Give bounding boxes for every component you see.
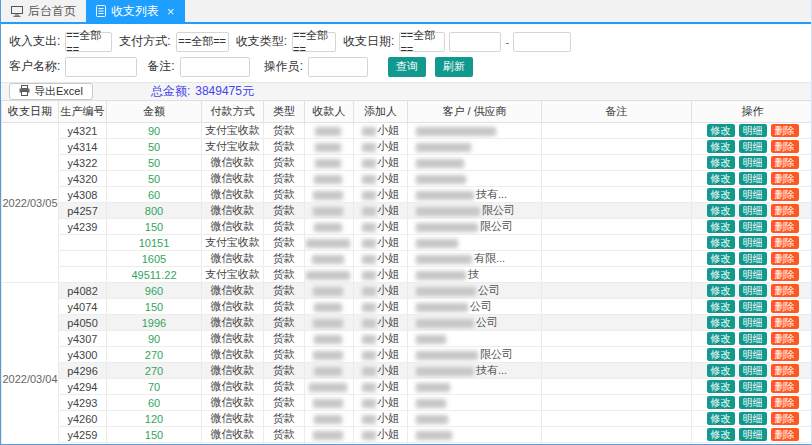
detail-button[interactable]: 明细 <box>739 156 767 169</box>
delete-button[interactable]: 删除 <box>771 172 799 185</box>
modify-button[interactable]: 修改 <box>707 332 735 345</box>
censored-text <box>314 367 342 376</box>
adder-suffix: 小姐 <box>378 364 400 376</box>
date-end-input[interactable] <box>513 32 571 52</box>
search-button[interactable]: 查询 <box>388 57 426 77</box>
detail-button[interactable]: 明细 <box>739 300 767 313</box>
censored-text <box>306 271 350 280</box>
export-excel-button[interactable]: 导出Excel <box>9 83 93 100</box>
pay-method-cell: 微信收款 <box>202 331 264 347</box>
modify-button[interactable]: 修改 <box>707 236 735 249</box>
customer-name-input[interactable] <box>65 57 137 77</box>
adder-cell: 小姐 <box>354 427 408 443</box>
delete-button[interactable]: 删除 <box>771 364 799 377</box>
detail-button[interactable]: 明细 <box>739 316 767 329</box>
detail-button[interactable]: 明细 <box>739 268 767 281</box>
delete-button[interactable]: 删除 <box>771 284 799 297</box>
delete-button[interactable]: 删除 <box>771 412 799 425</box>
detail-button[interactable]: 明细 <box>739 380 767 393</box>
table-row: y4300270微信收款货款小姐限公司修改明细删除 <box>2 347 812 363</box>
adder-suffix: 小姐 <box>378 140 400 152</box>
delete-button[interactable]: 删除 <box>771 316 799 329</box>
delete-button[interactable]: 删除 <box>771 188 799 201</box>
production-code-cell: y4320 <box>59 171 107 187</box>
tab-income-expense-list[interactable]: 收支列表 × <box>86 0 185 22</box>
modify-button[interactable]: 修改 <box>707 204 735 217</box>
type-select[interactable]: ==全部== <box>292 32 336 52</box>
adder-suffix: 小姐 <box>378 300 400 312</box>
modify-button[interactable]: 修改 <box>707 124 735 137</box>
delete-button[interactable]: 删除 <box>771 348 799 361</box>
censored-text <box>416 335 446 344</box>
censored-text <box>416 303 468 312</box>
detail-button[interactable]: 明细 <box>739 140 767 153</box>
detail-button[interactable]: 明细 <box>739 284 767 297</box>
close-icon[interactable]: × <box>167 5 175 18</box>
modify-button[interactable]: 修改 <box>707 348 735 361</box>
censored-text <box>362 175 376 184</box>
detail-button[interactable]: 明细 <box>739 332 767 345</box>
detail-button[interactable]: 明细 <box>739 124 767 137</box>
production-code-cell <box>59 235 107 251</box>
table-row: y4260120微信收款货款小姐修改明细删除 <box>2 411 812 427</box>
modify-button[interactable]: 修改 <box>707 284 735 297</box>
modify-button[interactable]: 修改 <box>707 380 735 393</box>
censored-text <box>362 207 376 216</box>
delete-button[interactable]: 删除 <box>771 140 799 153</box>
type-cell: 货款 <box>264 267 305 283</box>
modify-button[interactable]: 修改 <box>707 188 735 201</box>
modify-button[interactable]: 修改 <box>707 268 735 281</box>
income-expense-select[interactable]: ==全部== <box>65 32 112 52</box>
detail-button[interactable]: 明细 <box>739 428 767 441</box>
tab-home[interactable]: 后台首页 <box>1 0 86 22</box>
modify-button[interactable]: 修改 <box>707 252 735 265</box>
detail-button[interactable]: 明细 <box>739 172 767 185</box>
delete-button[interactable]: 删除 <box>771 220 799 233</box>
modify-button[interactable]: 修改 <box>707 428 735 441</box>
pay-method-cell: 微信收款 <box>202 411 264 427</box>
delete-button[interactable]: 删除 <box>771 204 799 217</box>
modify-button[interactable]: 修改 <box>707 220 735 233</box>
modify-button[interactable]: 修改 <box>707 412 735 425</box>
detail-button[interactable]: 明细 <box>739 252 767 265</box>
detail-button[interactable]: 明细 <box>739 204 767 217</box>
detail-button[interactable]: 明细 <box>739 412 767 425</box>
modify-button[interactable]: 修改 <box>707 364 735 377</box>
remark-cell <box>542 347 692 363</box>
pay-method-select[interactable]: ==全部== <box>176 32 229 52</box>
modify-button[interactable]: 修改 <box>707 156 735 169</box>
delete-button[interactable]: 删除 <box>771 332 799 345</box>
modify-button[interactable]: 修改 <box>707 172 735 185</box>
delete-button[interactable]: 删除 <box>771 380 799 393</box>
filter-panel: 收入支出: ==全部== 支付方式: ==全部== 收支类型: ==全部== 收… <box>1 24 811 82</box>
remark-cell <box>542 395 692 411</box>
modify-button[interactable]: 修改 <box>707 300 735 313</box>
remark-input[interactable] <box>180 57 250 77</box>
column-header: 操作 <box>692 101 812 123</box>
censored-text <box>362 415 376 424</box>
delete-button[interactable]: 删除 <box>771 428 799 441</box>
detail-button[interactable]: 明细 <box>739 364 767 377</box>
detail-button[interactable]: 明细 <box>739 188 767 201</box>
delete-button[interactable]: 删除 <box>771 124 799 137</box>
modify-button[interactable]: 修改 <box>707 396 735 409</box>
date-start-input[interactable] <box>449 32 501 52</box>
delete-button[interactable]: 删除 <box>771 236 799 249</box>
detail-button[interactable]: 明细 <box>739 348 767 361</box>
delete-button[interactable]: 删除 <box>771 252 799 265</box>
detail-button[interactable]: 明细 <box>739 236 767 249</box>
delete-button[interactable]: 删除 <box>771 268 799 281</box>
refresh-button[interactable]: 刷新 <box>435 57 473 77</box>
modify-button[interactable]: 修改 <box>707 316 735 329</box>
pay-method-cell: 微信收款 <box>202 219 264 235</box>
remark-cell <box>542 315 692 331</box>
delete-button[interactable]: 删除 <box>771 396 799 409</box>
modify-button[interactable]: 修改 <box>707 140 735 153</box>
detail-button[interactable]: 明细 <box>739 396 767 409</box>
delete-button[interactable]: 删除 <box>771 156 799 169</box>
detail-button[interactable]: 明细 <box>739 220 767 233</box>
date-range-select[interactable]: ==全部== <box>399 32 445 52</box>
operator-input[interactable] <box>308 57 368 77</box>
censored-text <box>416 239 458 248</box>
delete-button[interactable]: 删除 <box>771 300 799 313</box>
